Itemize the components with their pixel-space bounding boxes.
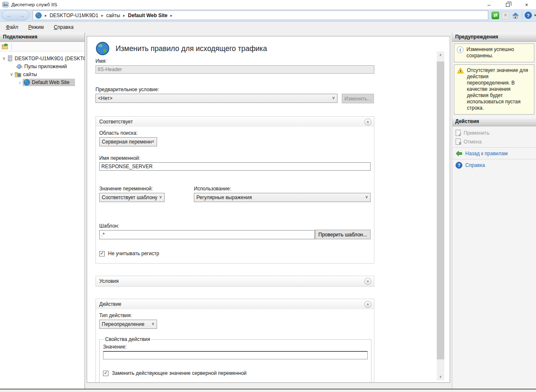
action-section-header[interactable]: Действие ∧	[96, 299, 374, 309]
actions-divider	[453, 147, 536, 148]
alert-text: Отсутствует значение для действия переоп…	[467, 67, 532, 111]
breadcrumb[interactable]: ▸ DESKTOP-U1MK9D1 ▸ сайты ▸ Default Web …	[33, 10, 488, 20]
scope-value: Серверная переменн	[102, 139, 152, 145]
tree-item-app-pools[interactable]: Пулы приложений	[0, 62, 85, 70]
collapse-icon[interactable]: ∧	[364, 118, 371, 126]
address-bar: ← → ▸ DESKTOP-U1MK9D1 ▸ сайты ▸ Default …	[0, 9, 536, 22]
ignore-case-checkbox[interactable]	[99, 251, 105, 256]
action-section: Действие ∧ Тип действия: Переопределение…	[95, 299, 374, 383]
alert-text: Изменения успешно сохранены.	[466, 46, 532, 59]
help-dropdown-icon[interactable]: ▾	[534, 13, 536, 17]
replace-value-checkbox[interactable]	[103, 371, 108, 376]
conditions-section: Условия ∨	[95, 276, 374, 287]
name-label: Имя:	[95, 58, 374, 64]
svg-text:!: !	[460, 69, 461, 73]
action-section-title: Действие	[99, 301, 364, 307]
breadcrumb-arrow-icon: ▸	[170, 13, 173, 18]
save-connection-icon[interactable]	[2, 43, 8, 50]
help-icon: ?	[456, 162, 462, 169]
actions-list: Применить Отмена Назад к правилам ? Спра…	[452, 126, 536, 169]
collapse-icon[interactable]: ∧	[364, 301, 371, 308]
value-field[interactable]	[103, 351, 368, 359]
chevron-down-icon[interactable]: ∨	[9, 72, 14, 77]
ignore-case-label: Не учитывать регистр	[108, 251, 159, 256]
actions-divider	[453, 159, 536, 159]
back-icon[interactable]: ←	[6, 13, 12, 18]
navigation-buttons: ← →	[2, 10, 29, 20]
close-button[interactable]: ×	[517, 0, 536, 9]
window-bottom-border	[0, 389, 536, 389]
titlebar: Диспетчер служб IIS – ×	[0, 0, 536, 9]
precondition-value: <Нет>	[98, 95, 112, 101]
back-to-rules-action[interactable]: Назад к правилам	[452, 149, 536, 158]
scope-select[interactable]: Серверная переменн	[99, 137, 157, 146]
menu-file[interactable]: Файл	[6, 24, 18, 30]
menu-bar: Файл Режим Справка	[0, 22, 536, 33]
breadcrumb-arrow-icon: ▸	[123, 13, 125, 18]
connections-toolbar	[0, 42, 85, 51]
tree-item-sites[interactable]: ∨ сайты	[0, 70, 85, 78]
breadcrumb-current-site[interactable]: Default Web Site	[128, 13, 167, 18]
info-icon: i	[457, 46, 464, 53]
precondition-label: Предварительное условие:	[95, 87, 374, 92]
rule-edit-page: Изменить правило для исходящего трафика …	[87, 36, 450, 383]
action-type-value: Переопределение	[102, 321, 144, 327]
scroll-down-icon[interactable]: ∨	[437, 373, 444, 380]
action-type-select[interactable]: Переопределение	[99, 320, 157, 329]
variable-value-select[interactable]: Соответствует шаблону	[99, 193, 165, 202]
refresh-icon[interactable]: ⇄	[492, 12, 499, 19]
conditions-section-header[interactable]: Условия ∨	[96, 276, 374, 286]
breadcrumb-sites[interactable]: сайты	[106, 13, 120, 18]
app-pools-icon	[16, 63, 23, 70]
cancel-label: Отмена	[464, 139, 482, 145]
expand-icon[interactable]: ∨	[364, 278, 371, 285]
variable-name-label: Имя переменной:	[99, 155, 371, 161]
name-field	[95, 65, 374, 74]
scrollbar-thumb[interactable]	[437, 61, 444, 359]
pattern-field[interactable]	[99, 230, 315, 239]
help-icon[interactable]: ?	[525, 12, 532, 19]
test-pattern-button[interactable]: Проверить шаблон...	[315, 230, 371, 239]
chevron-right-icon[interactable]: ›	[17, 79, 23, 85]
page-globe-icon	[95, 41, 110, 56]
back-to-rules-label: Назад к правилам	[465, 151, 508, 156]
home-icon[interactable]	[512, 12, 519, 19]
actions-header: Действия	[452, 117, 536, 126]
help-action[interactable]: ? Справка	[452, 161, 536, 169]
apply-label: Применить	[464, 130, 490, 136]
variable-value-label: Значение переменной:	[99, 186, 194, 192]
warning-icon: !	[457, 67, 464, 74]
conditions-section-title: Условия	[99, 278, 364, 284]
variable-name-field[interactable]	[99, 162, 371, 171]
precondition-select[interactable]: <Нет>	[95, 94, 338, 103]
action-type-label: Тип действия:	[99, 313, 371, 318]
help-label: Справка	[465, 162, 485, 168]
right-panel: Предупреждения i Изменения успешно сохра…	[452, 33, 536, 389]
apply-icon	[456, 130, 461, 136]
forward-icon[interactable]: →	[19, 13, 25, 18]
back-arrow-icon	[456, 151, 462, 156]
iis-manager-window: Диспетчер служб IIS – × ← → ▸ DESKTOP-U1…	[0, 0, 536, 392]
selected-tree-item[interactable]: Default Web Site	[23, 79, 75, 86]
cancel-icon	[456, 138, 461, 145]
site-globe-icon	[35, 12, 42, 19]
scroll-up-icon[interactable]: ∧	[437, 51, 444, 59]
apply-action: Применить	[452, 128, 536, 137]
tree-item-default-web-site[interactable]: › Default Web Site	[0, 78, 85, 86]
menu-help[interactable]: Справка	[54, 24, 74, 30]
using-select[interactable]: Регулярные выражения	[194, 193, 371, 202]
restore-icon	[506, 3, 510, 7]
match-section: Соответствует ∧ Область поиска: Серверна…	[95, 116, 374, 264]
breadcrumb-server[interactable]: DESKTOP-U1MK9D1	[49, 13, 98, 18]
tree-item-server[interactable]: ∨ DESKTOP-U1MK9D1 (DESKTOI	[0, 54, 85, 62]
stop-icon: ✕	[502, 12, 509, 19]
tree-item-label: Пулы приложений	[24, 64, 67, 69]
menu-view[interactable]: Режим	[28, 24, 44, 30]
minimize-button[interactable]: –	[479, 0, 498, 9]
match-section-header[interactable]: Соответствует ∧	[96, 117, 374, 127]
chevron-down-icon[interactable]: ∨	[1, 56, 7, 61]
toolbar-divider	[11, 43, 12, 50]
iis-logo-icon	[2, 1, 9, 8]
vertical-scrollbar[interactable]: ∧ ∨	[437, 51, 444, 380]
restore-button[interactable]	[498, 0, 517, 9]
